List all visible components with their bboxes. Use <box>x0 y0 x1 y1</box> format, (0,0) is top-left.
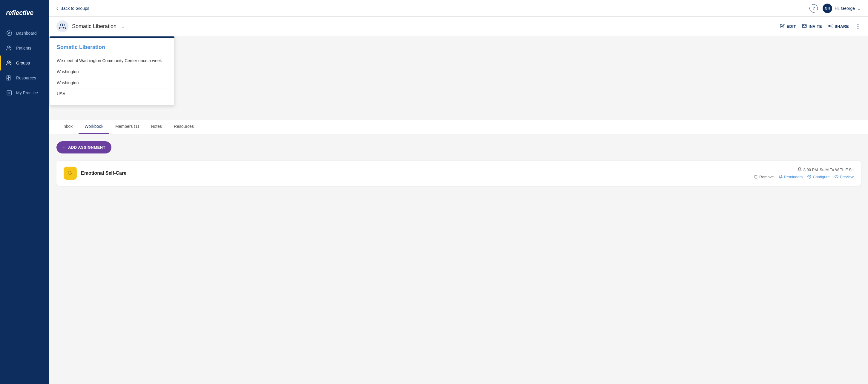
dropdown-group-name: Somatic Liberation <box>57 44 167 51</box>
assignment-icon: ♡ <box>67 170 73 177</box>
svg-rect-4 <box>7 76 9 78</box>
svg-rect-6 <box>7 78 9 80</box>
tabs-row: Inbox Workbook Members (1) Notes Resourc… <box>49 120 868 134</box>
assignment-schedule: 8:00 PM Su M Tu W Th F Sa <box>798 167 854 172</box>
my-practice-icon <box>6 90 12 96</box>
svg-point-10 <box>831 24 832 25</box>
invite-label: INVITE <box>809 24 822 29</box>
trash-icon <box>754 175 758 180</box>
plus-icon: + <box>62 144 66 151</box>
sidebar-item-groups[interactable]: Groups <box>0 56 49 70</box>
group-dropdown-chevron[interactable]: ⌄ <box>121 24 125 29</box>
share-icon <box>828 24 833 29</box>
user-menu[interactable]: GH Hi, George ⌄ <box>823 4 861 13</box>
edit-icon <box>780 24 785 29</box>
patients-icon <box>6 45 12 51</box>
svg-point-16 <box>836 176 837 177</box>
tab-workbook[interactable]: Workbook <box>79 120 109 134</box>
configure-label: Configure <box>813 175 830 179</box>
sidebar-item-groups-label: Groups <box>16 61 30 65</box>
tab-inbox[interactable]: Inbox <box>57 120 79 134</box>
help-button[interactable]: ? <box>809 4 818 12</box>
preview-icon <box>835 175 838 180</box>
svg-point-9 <box>61 24 63 26</box>
sidebar-item-resources-label: Resources <box>16 75 36 80</box>
invite-button[interactable]: INVITE <box>802 24 822 29</box>
back-arrow-icon: ‹ <box>57 6 58 11</box>
group-name-label: Somatic Liberation <box>72 23 117 30</box>
topbar-right: ? GH Hi, George ⌄ <box>809 4 861 13</box>
dropdown-description: We meet at Washington Community Center o… <box>57 55 167 66</box>
edit-button[interactable]: EDIT <box>780 24 796 29</box>
tab-notes[interactable]: Notes <box>145 120 168 134</box>
group-icon <box>57 20 68 32</box>
user-greeting: Hi, George <box>835 6 855 11</box>
sidebar-item-patients[interactable]: Patients <box>0 41 49 56</box>
user-menu-chevron: ⌄ <box>857 6 861 11</box>
dashboard-icon <box>6 30 12 36</box>
share-button[interactable]: SHARE <box>828 24 849 29</box>
reminders-button[interactable]: Reminders <box>779 175 803 180</box>
sidebar-item-my-practice-label: My Practice <box>16 91 38 95</box>
share-label: SHARE <box>835 24 849 29</box>
svg-point-11 <box>829 25 830 27</box>
dropdown-state: Washington <box>57 77 167 88</box>
remove-label: Remove <box>759 175 774 179</box>
configure-button[interactable]: Configure <box>807 175 830 180</box>
brand-logo: reflective <box>0 6 49 26</box>
tab-members[interactable]: Members (1) <box>109 120 145 134</box>
main-content: ‹ Back to Groups ? GH Hi, George ⌄ Somat… <box>49 0 868 384</box>
edit-label: EDIT <box>786 24 796 29</box>
svg-line-13 <box>830 26 831 27</box>
sidebar-item-dashboard[interactable]: Dashboard <box>0 26 49 41</box>
svg-point-1 <box>9 33 10 34</box>
assignment-right: 8:00 PM Su M Tu W Th F Sa Remove <box>754 167 854 180</box>
group-actions: EDIT INVITE SHARE ⋮ <box>780 23 861 30</box>
sidebar-item-patients-label: Patients <box>16 46 31 51</box>
reminders-icon <box>779 175 782 180</box>
avatar: GH <box>823 4 832 13</box>
remove-button[interactable]: Remove <box>754 175 774 180</box>
back-label: Back to Groups <box>60 6 89 11</box>
svg-line-14 <box>830 25 831 26</box>
tab-resources[interactable]: Resources <box>168 120 200 134</box>
sidebar-item-dashboard-label: Dashboard <box>16 31 37 35</box>
svg-point-12 <box>831 27 832 28</box>
svg-point-15 <box>809 176 810 177</box>
resources-icon <box>6 75 12 81</box>
invite-icon <box>802 24 807 29</box>
svg-point-0 <box>7 31 12 36</box>
content-area: Somatic Liberation We meet at Washington… <box>49 36 868 384</box>
workbook-content: + ADD ASSIGNMENT ♡ Emotional Self-Care <box>49 134 868 193</box>
group-dropdown-card: Somatic Liberation We meet at Washington… <box>49 36 175 105</box>
add-assignment-label: ADD ASSIGNMENT <box>68 145 105 150</box>
alarm-icon <box>798 167 802 172</box>
sidebar-nav: Dashboard Patients Groups Resources My P… <box>0 26 49 100</box>
svg-point-2 <box>7 46 9 48</box>
assignment-actions: Remove Reminders Configure <box>754 175 854 180</box>
assignment-days: Su M Tu W Th F Sa <box>819 167 854 172</box>
group-title-area: Somatic Liberation ⌄ <box>57 20 125 32</box>
configure-icon <box>807 175 811 180</box>
groups-icon <box>6 60 12 66</box>
preview-button[interactable]: Preview <box>835 175 854 180</box>
add-assignment-button[interactable]: + ADD ASSIGNMENT <box>57 141 112 154</box>
topbar: ‹ Back to Groups ? GH Hi, George ⌄ <box>49 0 868 17</box>
more-options-button[interactable]: ⋮ <box>855 23 861 30</box>
sidebar-item-resources[interactable]: Resources <box>0 70 49 86</box>
preview-label: Preview <box>840 175 854 179</box>
svg-rect-5 <box>9 76 10 77</box>
sidebar: reflective Dashboard Patients Groups Res… <box>0 0 49 384</box>
svg-point-3 <box>7 61 9 63</box>
assignment-left: ♡ Emotional Self-Care <box>64 167 126 180</box>
dropdown-city: Washington <box>57 66 167 77</box>
assignment-time: 8:00 PM <box>804 167 818 172</box>
reminders-label: Reminders <box>784 175 803 179</box>
sidebar-item-my-practice[interactable]: My Practice <box>0 86 49 100</box>
svg-rect-7 <box>9 77 10 80</box>
group-header: Somatic Liberation ⌄ EDIT INVITE SHARE <box>49 17 868 36</box>
dropdown-country: USA <box>57 88 167 99</box>
back-to-groups-link[interactable]: ‹ Back to Groups <box>57 6 89 11</box>
dropdown-card-body: Somatic Liberation We meet at Washington… <box>50 38 175 105</box>
assignment-card: ♡ Emotional Self-Care 8:00 PM Su M Tu W … <box>57 161 861 186</box>
